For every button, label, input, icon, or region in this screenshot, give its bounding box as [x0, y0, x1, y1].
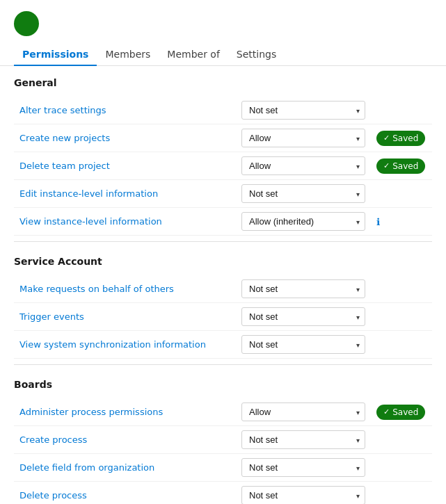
permission-select-create-projects[interactable]: Not setAllowDenyAllow (inherited)Not set…	[241, 129, 365, 147]
permission-select-wrapper-create-process: Not setAllowDenyAllow (inherited)Not set…	[241, 430, 365, 449]
section-title-service-account: Service Account	[14, 256, 432, 270]
permission-row-view-sync: View system synchronization informationN…	[14, 331, 432, 359]
permission-label-delete-process[interactable]: Delete process	[19, 490, 241, 501]
permission-row-administer-process: Administer process permissionsNot setAll…	[14, 398, 432, 426]
permission-select-wrapper-edit-instance: Not setAllowDenyAllow (inherited)Not set…	[241, 184, 365, 203]
permission-label-edit-instance[interactable]: Edit instance-level information	[19, 188, 241, 199]
permission-select-create-process[interactable]: Not setAllowDenyAllow (inherited)Not set…	[241, 430, 365, 449]
permission-row-delete-team: Delete team projectNot setAllowDenyAllow…	[14, 152, 432, 180]
permission-label-trigger-events[interactable]: Trigger events	[19, 311, 241, 322]
section-service-account: Service AccountMake requests on behalf o…	[14, 256, 432, 365]
permission-select-view-instance[interactable]: Not setAllowDenyAllow (inherited)Not set…	[241, 212, 365, 231]
nav-tabs: PermissionsMembersMember ofSettings	[0, 43, 446, 66]
permission-select-wrapper-make-requests: Not setAllowDenyAllow (inherited)Not set…	[241, 279, 365, 298]
permission-label-administer-process[interactable]: Administer process permissions	[19, 407, 241, 417]
tab-settings[interactable]: Settings	[228, 43, 285, 65]
permission-label-view-instance[interactable]: View instance-level information	[19, 216, 241, 227]
saved-label: Saved	[392, 407, 418, 417]
permission-select-wrapper-trigger-events: Not setAllowDenyAllow (inherited)Not set…	[241, 307, 365, 326]
permission-select-delete-process[interactable]: Not setAllowDenyAllow (inherited)Not set…	[241, 486, 365, 504]
section-title-boards: Boards	[14, 379, 432, 393]
check-icon: ✓	[383, 161, 390, 170]
permission-row-edit-instance: Edit instance-level informationNot setAl…	[14, 180, 432, 208]
permission-select-wrapper-delete-team: Not setAllowDenyAllow (inherited)Not set…	[241, 156, 365, 175]
permission-label-view-sync[interactable]: View system synchronization information	[19, 339, 241, 350]
permission-row-trigger-events: Trigger eventsNot setAllowDenyAllow (inh…	[14, 303, 432, 331]
check-icon: ✓	[383, 407, 390, 416]
saved-badge-delete-team: ✓Saved	[376, 158, 425, 174]
row-actions-administer-process: ✓Saved	[371, 405, 427, 420]
permission-select-wrapper-alter-trace: Not setAllowDenyAllow (inherited)Not set…	[241, 101, 365, 120]
permission-select-administer-process[interactable]: Not setAllowDenyAllow (inherited)Not set…	[241, 403, 365, 421]
saved-badge-create-projects: ✓Saved	[376, 131, 425, 146]
permission-label-make-requests[interactable]: Make requests on behalf of others	[19, 284, 241, 294]
permission-row-create-projects: Create new projectsNot setAllowDenyAllow…	[14, 124, 432, 152]
permission-select-delete-team[interactable]: Not setAllowDenyAllow (inherited)Not set…	[241, 156, 365, 175]
row-actions-view-instance: ℹ	[371, 216, 427, 227]
permission-label-create-process[interactable]: Create process	[19, 434, 241, 445]
avatar	[14, 11, 39, 36]
permissions-content: GeneralAlter trace settingsNot setAllowD…	[0, 66, 446, 504]
permission-select-wrapper-delete-field: Not setAllowDenyAllow (inherited)Not set…	[241, 458, 365, 477]
permission-row-delete-process: Delete processNot setAllowDenyAllow (inh…	[14, 482, 432, 504]
permission-label-alter-trace[interactable]: Alter trace settings	[19, 105, 241, 115]
permission-row-delete-field: Delete field from organizationNot setAll…	[14, 454, 432, 482]
section-general: GeneralAlter trace settingsNot setAllowD…	[14, 77, 432, 242]
section-title-general: General	[14, 77, 432, 91]
permission-select-view-sync[interactable]: Not setAllowDenyAllow (inherited)Not set…	[241, 335, 365, 354]
permission-label-delete-field[interactable]: Delete field from organization	[19, 462, 241, 473]
info-icon-view-instance[interactable]: ℹ	[376, 216, 380, 227]
row-actions-create-projects: ✓Saved	[371, 131, 427, 146]
permission-select-wrapper-view-sync: Not setAllowDenyAllow (inherited)Not set…	[241, 335, 365, 354]
permission-select-wrapper-delete-process: Not setAllowDenyAllow (inherited)Not set…	[241, 486, 365, 504]
page-header	[0, 0, 446, 43]
permission-select-delete-field[interactable]: Not setAllowDenyAllow (inherited)Not set…	[241, 458, 365, 477]
section-divider-1	[14, 364, 432, 365]
permission-row-create-process: Create processNot setAllowDenyAllow (inh…	[14, 426, 432, 454]
saved-label: Saved	[392, 133, 418, 143]
tab-members[interactable]: Members	[97, 43, 159, 65]
permission-select-make-requests[interactable]: Not setAllowDenyAllow (inherited)Not set…	[241, 279, 365, 298]
permission-select-wrapper-view-instance: Not setAllowDenyAllow (inherited)Not set…	[241, 212, 365, 231]
permission-select-wrapper-create-projects: Not setAllowDenyAllow (inherited)Not set…	[241, 129, 365, 147]
section-divider-0	[14, 241, 432, 242]
saved-badge-administer-process: ✓Saved	[376, 405, 425, 420]
tab-permissions[interactable]: Permissions	[14, 43, 97, 65]
row-actions-delete-team: ✓Saved	[371, 158, 427, 174]
permission-label-create-projects[interactable]: Create new projects	[19, 133, 241, 143]
permission-select-trigger-events[interactable]: Not setAllowDenyAllow (inherited)Not set…	[241, 307, 365, 326]
permission-select-wrapper-administer-process: Not setAllowDenyAllow (inherited)Not set…	[241, 403, 365, 421]
permission-select-edit-instance[interactable]: Not setAllowDenyAllow (inherited)Not set…	[241, 184, 365, 203]
saved-label: Saved	[392, 161, 418, 171]
permission-label-delete-team[interactable]: Delete team project	[19, 161, 241, 171]
permission-select-alter-trace[interactable]: Not setAllowDenyAllow (inherited)Not set…	[241, 101, 365, 120]
permission-row-view-instance: View instance-level informationNot setAl…	[14, 208, 432, 236]
permission-row-alter-trace: Alter trace settingsNot setAllowDenyAllo…	[14, 97, 432, 124]
section-boards: BoardsAdminister process permissionsNot …	[14, 379, 432, 504]
tab-member-of[interactable]: Member of	[159, 43, 228, 65]
check-icon: ✓	[383, 133, 390, 143]
permission-row-make-requests: Make requests on behalf of othersNot set…	[14, 275, 432, 303]
